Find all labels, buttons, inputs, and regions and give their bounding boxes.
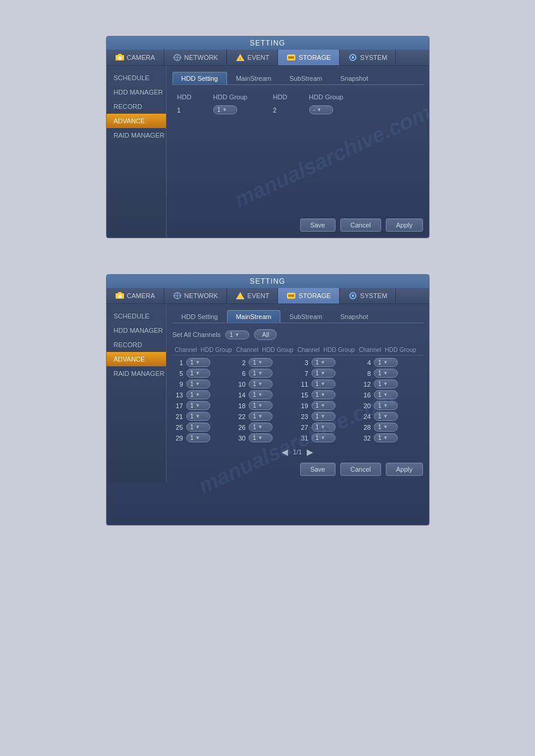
cancel-button[interactable]: Cancel bbox=[340, 218, 381, 232]
p2-sub-tab-hdd-setting[interactable]: HDD Setting bbox=[173, 310, 227, 323]
p2-sidebar-item-hdd-manager[interactable]: HDD MANAGER bbox=[107, 323, 166, 338]
channel-group-dropdown[interactable]: 1▼ bbox=[312, 401, 335, 410]
channel-group-dropdown[interactable]: 1▼ bbox=[249, 390, 273, 399]
channel-group-dropdown[interactable]: 1▼ bbox=[312, 358, 335, 367]
system-icon bbox=[348, 53, 358, 62]
channel-number: 7 bbox=[298, 370, 309, 377]
p2-nav-tab-network[interactable]: NETWORK bbox=[164, 288, 227, 303]
p2-nav-tab-event[interactable]: EVENT bbox=[227, 288, 279, 303]
p2-nav-tab-system[interactable]: SYSTEM bbox=[340, 288, 396, 303]
set-all-dropdown[interactable]: 1 ▼ bbox=[225, 330, 249, 339]
channel-group-dropdown[interactable]: 1▼ bbox=[186, 379, 210, 388]
sidebar-item-raid-manager[interactable]: RAID MANAGER bbox=[107, 128, 166, 142]
channel-number: 15 bbox=[298, 391, 309, 399]
channel-group-dropdown[interactable]: 1▼ bbox=[186, 433, 210, 442]
channel-number: 32 bbox=[360, 435, 371, 442]
channel-cell: 151▼ bbox=[298, 390, 361, 399]
sidebar-item-schedule[interactable]: SCHEDULE bbox=[107, 71, 166, 85]
p2-cancel-button[interactable]: Cancel bbox=[340, 463, 381, 476]
channel-number: 17 bbox=[173, 402, 183, 409]
sidebar-item-record[interactable]: RECORD bbox=[107, 99, 166, 114]
channel-group-dropdown[interactable]: 1▼ bbox=[186, 423, 210, 432]
nav-tab-event[interactable]: ! EVENT bbox=[227, 50, 279, 65]
channel-group-dropdown[interactable]: 1▼ bbox=[249, 412, 273, 421]
p2-sidebar-item-schedule[interactable]: SCHEDULE bbox=[107, 309, 166, 323]
channel-group-dropdown[interactable]: 1▼ bbox=[374, 433, 398, 442]
hdd-col-2-header: HDD bbox=[273, 93, 309, 101]
p2-sub-tab-substream[interactable]: SubStream bbox=[280, 310, 331, 323]
panel-2-sub-tabs: HDD Setting MainStream SubStream Snapsho… bbox=[173, 310, 423, 323]
p2-apply-button[interactable]: Apply bbox=[386, 463, 423, 476]
p2-sub-tab-snapshot[interactable]: Snapshot bbox=[331, 310, 377, 323]
pagination-prev[interactable]: ◀ bbox=[282, 447, 288, 457]
sub-tab-mainstream[interactable]: MainStream bbox=[227, 72, 280, 84]
channel-row: 91▼101▼111▼121▼ bbox=[173, 379, 423, 388]
channel-cell: 41▼ bbox=[360, 358, 423, 367]
channel-cell: 11▼ bbox=[173, 358, 235, 367]
nav-tab-system-label: SYSTEM bbox=[360, 54, 387, 61]
channel-group-dropdown[interactable]: 1▼ bbox=[249, 379, 273, 388]
svg-rect-13 bbox=[118, 292, 122, 294]
channel-number: 9 bbox=[173, 381, 183, 388]
channel-cell: 21▼ bbox=[235, 358, 298, 367]
channel-number: 25 bbox=[173, 424, 183, 431]
pagination-row: ◀ 1/1 ▶ bbox=[173, 447, 423, 457]
hdd-1-group[interactable]: 1 ▼ bbox=[213, 105, 273, 114]
nav-tab-event-label: EVENT bbox=[247, 54, 270, 61]
channel-group-dropdown[interactable]: 1▼ bbox=[312, 412, 335, 421]
sub-tab-substream[interactable]: SubStream bbox=[280, 72, 331, 84]
p2-sidebar-item-record[interactable]: RECORD bbox=[107, 338, 166, 352]
channel-cell: 271▼ bbox=[298, 423, 361, 432]
channel-group-dropdown[interactable]: 1▼ bbox=[374, 358, 398, 367]
set-all-label: Set All Channels bbox=[173, 331, 221, 338]
channel-group-dropdown[interactable]: 1▼ bbox=[186, 369, 210, 378]
channel-group-dropdown[interactable]: 1▼ bbox=[249, 401, 273, 410]
channel-group-dropdown[interactable]: 1▼ bbox=[186, 358, 210, 367]
p2-nav-tab-camera[interactable]: CAMERA bbox=[107, 288, 164, 303]
channel-group-dropdown[interactable]: 1▼ bbox=[374, 412, 398, 421]
channel-number: 31 bbox=[298, 435, 309, 442]
panel-2-title: SETTING bbox=[107, 275, 429, 288]
channel-group-dropdown[interactable]: 1▼ bbox=[249, 423, 273, 432]
nav-tab-storage[interactable]: STORAGE bbox=[278, 50, 340, 65]
channel-group-dropdown[interactable]: 1▼ bbox=[374, 423, 398, 432]
p2-sidebar-item-advance[interactable]: ADVANCE bbox=[107, 352, 166, 366]
channel-row: 291▼301▼311▼321▼ bbox=[173, 433, 423, 442]
channel-group-dropdown[interactable]: 1▼ bbox=[312, 390, 335, 399]
set-all-button[interactable]: All bbox=[254, 329, 277, 340]
channel-group-dropdown[interactable]: 1▼ bbox=[312, 433, 335, 442]
sub-tab-snapshot[interactable]: Snapshot bbox=[331, 72, 377, 84]
channel-group-dropdown[interactable]: 1▼ bbox=[374, 379, 398, 388]
channel-number: 23 bbox=[298, 413, 309, 420]
channel-group-dropdown[interactable]: 1▼ bbox=[186, 390, 210, 399]
channel-number: 10 bbox=[235, 381, 246, 388]
channel-group-dropdown[interactable]: 1▼ bbox=[312, 379, 335, 388]
channel-row: 171▼181▼191▼201▼ bbox=[173, 401, 423, 410]
p2-nav-tab-storage[interactable]: STORAGE bbox=[278, 288, 340, 303]
nav-tab-camera[interactable]: CAMERA bbox=[107, 50, 164, 65]
apply-button[interactable]: Apply bbox=[386, 218, 423, 232]
sidebar-item-hdd-manager[interactable]: HDD MANAGER bbox=[107, 85, 166, 99]
channel-group-dropdown[interactable]: 1▼ bbox=[374, 401, 398, 410]
channel-number: 1 bbox=[173, 359, 183, 366]
channel-group-dropdown[interactable]: 1▼ bbox=[374, 390, 398, 399]
nav-tab-network[interactable]: NETWORK bbox=[164, 50, 227, 65]
sidebar-item-advance[interactable]: ADVANCE bbox=[107, 114, 166, 128]
p2-sub-tab-mainstream[interactable]: MainStream bbox=[227, 310, 280, 323]
channel-group-dropdown[interactable]: 1▼ bbox=[312, 423, 335, 432]
nav-tab-system[interactable]: SYSTEM bbox=[340, 50, 396, 65]
channel-group-dropdown[interactable]: 1▼ bbox=[186, 401, 210, 410]
channel-cell: 131▼ bbox=[173, 390, 235, 399]
p2-save-button[interactable]: Save bbox=[300, 463, 335, 476]
save-button[interactable]: Save bbox=[300, 218, 335, 232]
pagination-next[interactable]: ▶ bbox=[307, 447, 313, 457]
channel-group-dropdown[interactable]: 1▼ bbox=[249, 433, 273, 442]
channel-group-dropdown[interactable]: 1▼ bbox=[249, 358, 273, 367]
channel-group-dropdown[interactable]: 1▼ bbox=[374, 369, 398, 378]
channel-group-dropdown[interactable]: 1▼ bbox=[312, 369, 335, 378]
sub-tab-hdd-setting[interactable]: HDD Setting bbox=[173, 72, 227, 84]
channel-group-dropdown[interactable]: 1▼ bbox=[249, 369, 273, 378]
channel-group-dropdown[interactable]: 1▼ bbox=[186, 412, 210, 421]
p2-sidebar-item-raid-manager[interactable]: RAID MANAGER bbox=[107, 366, 166, 381]
hdd-2-group[interactable]: - ▼ bbox=[309, 105, 369, 114]
